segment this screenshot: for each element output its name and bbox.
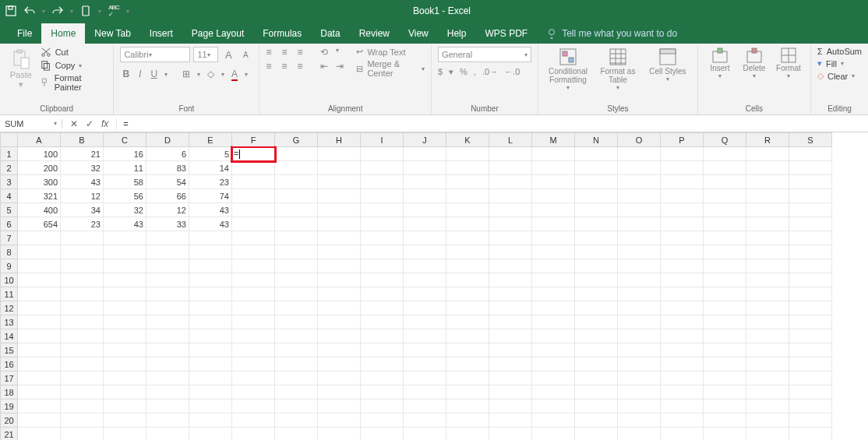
cell-J1[interactable]	[404, 147, 446, 161]
row-header-10[interactable]: 10	[1, 273, 18, 287]
cell-F13[interactable]	[232, 315, 275, 329]
fill-button[interactable]: ▾Fill▾	[817, 58, 862, 69]
cell-B12[interactable]	[61, 301, 104, 315]
cell-F6[interactable]	[232, 217, 275, 231]
cell-B7[interactable]	[61, 231, 104, 245]
cell-M11[interactable]	[532, 287, 575, 301]
cell-O4[interactable]	[618, 189, 661, 203]
column-header-G[interactable]: G	[275, 133, 318, 147]
cell-B17[interactable]	[61, 371, 104, 385]
cell-P10[interactable]	[661, 273, 704, 287]
tab-formulas[interactable]: Formulas	[253, 23, 311, 44]
cell-J21[interactable]	[404, 428, 446, 441]
borders-dropdown-icon[interactable]: ▾	[197, 71, 200, 78]
cell-R18[interactable]	[746, 385, 789, 400]
cell-M20[interactable]	[532, 414, 575, 428]
cell-D3[interactable]: 54	[146, 175, 189, 189]
cell-P19[interactable]	[661, 400, 704, 414]
cell-O9[interactable]	[618, 259, 661, 273]
cell-D16[interactable]	[146, 357, 189, 371]
cell-J7[interactable]	[404, 231, 446, 245]
cell-K19[interactable]	[446, 400, 489, 414]
cell-L5[interactable]	[489, 203, 532, 217]
row-header-20[interactable]: 20	[1, 414, 18, 428]
cell-L14[interactable]	[489, 329, 532, 343]
underline-button[interactable]: U	[148, 67, 160, 81]
cell-R1[interactable]	[746, 147, 789, 161]
cell-M7[interactable]	[532, 231, 575, 245]
cell-L2[interactable]	[489, 161, 532, 175]
cell-O1[interactable]	[618, 147, 661, 161]
cell-N6[interactable]	[575, 217, 618, 231]
cell-D8[interactable]	[146, 245, 189, 259]
cell-H21[interactable]	[318, 428, 361, 441]
percent-format-icon[interactable]: %	[460, 67, 468, 77]
cell-L4[interactable]	[489, 189, 532, 203]
cell-F19[interactable]	[232, 400, 275, 414]
cell-D13[interactable]	[146, 315, 189, 329]
orientation-icon[interactable]: ⟲	[320, 47, 333, 58]
tell-me-search[interactable]: Tell me what you want to do	[537, 23, 686, 44]
row-header-7[interactable]: 7	[1, 231, 18, 245]
number-format-combo[interactable]: General▾	[438, 47, 531, 62]
cell-C8[interactable]	[104, 245, 146, 259]
cell-E17[interactable]	[189, 371, 232, 385]
cell-M18[interactable]	[532, 385, 575, 400]
cell-K13[interactable]	[446, 315, 489, 329]
cell-I17[interactable]	[361, 371, 404, 385]
cell-H15[interactable]	[318, 343, 361, 357]
cell-H3[interactable]	[318, 175, 361, 189]
cell-E1[interactable]: 5	[189, 147, 232, 161]
column-header-I[interactable]: I	[361, 133, 404, 147]
column-header-Q[interactable]: Q	[704, 133, 746, 147]
column-header-L[interactable]: L	[489, 133, 532, 147]
cell-O12[interactable]	[618, 301, 661, 315]
accounting-dropdown-icon[interactable]: ▾	[449, 67, 453, 77]
align-center-icon[interactable]: ≡	[281, 61, 294, 72]
cell-I14[interactable]	[361, 329, 404, 343]
cell-O10[interactable]	[618, 273, 661, 287]
cell-E20[interactable]	[189, 414, 232, 428]
cell-E18[interactable]	[189, 385, 232, 400]
cell-G8[interactable]	[275, 245, 318, 259]
cell-O8[interactable]	[618, 245, 661, 259]
cell-I1[interactable]	[361, 147, 404, 161]
cell-M4[interactable]	[532, 189, 575, 203]
cell-F11[interactable]	[232, 287, 275, 301]
decrease-decimal-icon[interactable]: ←.0	[504, 67, 520, 77]
cell-Q2[interactable]	[704, 161, 746, 175]
cell-G2[interactable]	[275, 161, 318, 175]
orientation-dropdown-icon[interactable]: ▾	[336, 47, 339, 58]
cell-E2[interactable]: 14	[189, 161, 232, 175]
cell-L9[interactable]	[489, 259, 532, 273]
column-header-P[interactable]: P	[661, 133, 704, 147]
cell-S14[interactable]	[789, 329, 832, 343]
cell-B19[interactable]	[61, 400, 104, 414]
increase-indent-icon[interactable]: ⇥	[336, 61, 348, 72]
cell-S19[interactable]	[789, 400, 832, 414]
cell-P7[interactable]	[661, 231, 704, 245]
cell-P17[interactable]	[661, 371, 704, 385]
cell-A8[interactable]	[18, 245, 61, 259]
cell-Q1[interactable]	[704, 147, 746, 161]
cell-C10[interactable]	[104, 273, 146, 287]
cell-O6[interactable]	[618, 217, 661, 231]
cell-O14[interactable]	[618, 329, 661, 343]
cell-G9[interactable]	[275, 259, 318, 273]
decrease-font-icon[interactable]: A	[238, 48, 252, 62]
column-header-A[interactable]: A	[18, 133, 61, 147]
cell-I10[interactable]	[361, 273, 404, 287]
cell-I21[interactable]	[361, 428, 404, 441]
cell-L18[interactable]	[489, 385, 532, 400]
cell-A15[interactable]	[18, 343, 61, 357]
cell-D19[interactable]	[146, 400, 189, 414]
cell-F8[interactable]	[232, 245, 275, 259]
cell-F21[interactable]	[232, 428, 275, 441]
cell-D6[interactable]: 33	[146, 217, 189, 231]
cell-L20[interactable]	[489, 414, 532, 428]
cell-D2[interactable]: 83	[146, 161, 189, 175]
cell-N2[interactable]	[575, 161, 618, 175]
cell-C2[interactable]: 11	[104, 161, 146, 175]
cell-M15[interactable]	[532, 343, 575, 357]
column-header-C[interactable]: C	[104, 133, 146, 147]
